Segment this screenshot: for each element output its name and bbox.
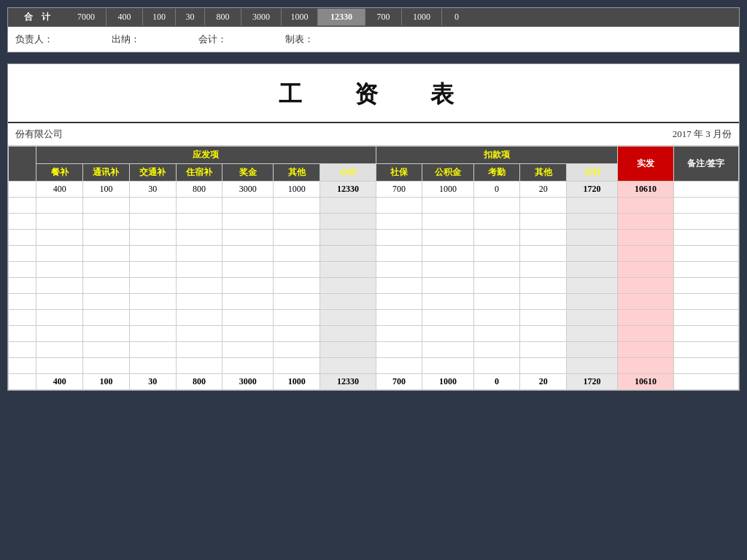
sum-col-11: 0 (442, 9, 471, 26)
date-label: 2017 年 3 月份 (673, 128, 732, 141)
cell-beizhu-1 (673, 182, 738, 198)
cell-xiaoji2-1: 1720 (567, 182, 618, 198)
bottom-qita1: 1000 (274, 374, 320, 390)
bottom-xiaoji2: 1720 (567, 374, 618, 390)
cell-shebao-1: 700 (376, 182, 422, 198)
data-row-2 (9, 198, 739, 214)
header-shifa: 实发 (618, 147, 674, 182)
sum-col-2: 400 (107, 9, 143, 26)
zhizhi-label: 制表： (285, 33, 314, 46)
bottom-label (9, 374, 36, 390)
sum-col-9: 700 (365, 9, 402, 26)
bottom-shifa: 10610 (618, 374, 674, 390)
header-koukuan: 扣款项 (376, 147, 618, 164)
bottom-xiaoji1: 12330 (320, 374, 376, 390)
col-shebao: 社保 (376, 164, 422, 182)
sum-col-7: 1000 (282, 9, 318, 26)
data-row-5 (9, 246, 739, 262)
sum-col-1: 7000 (66, 9, 107, 26)
cell-qita1-1: 1000 (274, 182, 320, 198)
data-row-12 (9, 358, 739, 374)
sum-col-6: 3000 (241, 9, 282, 26)
cell-canbu-1: 400 (36, 182, 83, 198)
cell-xiaoji1-1: 12330 (320, 182, 376, 198)
chuna-label: 出纳： (112, 33, 140, 46)
cell-tongxunbu-1: 100 (83, 182, 130, 198)
col-zhushoubu: 住宿补 (176, 164, 222, 182)
company-name: 份有限公司 (15, 128, 63, 141)
header-yingfa: 应发项 (36, 147, 376, 164)
col-jiaotonbu: 交通补 (129, 164, 176, 182)
data-row-8 (9, 294, 739, 310)
col-gongjijin: 公积金 (422, 164, 473, 182)
sum-col-10: 1000 (402, 9, 442, 26)
cell-kaoqin-1: 0 (473, 182, 520, 198)
data-row-1: 400 100 30 800 3000 1000 12330 700 1000 … (9, 182, 739, 198)
data-row-10 (9, 326, 739, 342)
col-kaoqin: 考勤 (473, 164, 520, 182)
bottom-zhushoubu: 800 (176, 374, 222, 390)
data-row-6 (9, 262, 739, 278)
sum-col-8: 12330 (318, 9, 365, 26)
bottom-gongjijin: 1000 (422, 374, 473, 390)
data-row-11 (9, 342, 739, 358)
header-beizhu: 备注/签字 (673, 147, 738, 182)
data-row-3 (9, 214, 739, 230)
col-jiangjin: 奖金 (222, 164, 274, 182)
page-wrapper: 合 计 7000 400 100 30 800 3000 1000 12330 … (0, 0, 747, 398)
cell-gongjijin-1: 1000 (422, 182, 473, 198)
data-row-7 (9, 278, 739, 294)
page-title: 工 资 表 (8, 64, 739, 123)
data-row-4 (9, 230, 739, 246)
kuaiji-label: 会计： (198, 33, 227, 46)
data-row-9 (9, 310, 739, 326)
header-row-1: 应发项 扣款项 实发 备注/签字 (9, 147, 739, 164)
cell-zi-2 (9, 198, 36, 214)
bottom-jiangjin: 3000 (222, 374, 274, 390)
company-date-row: 份有限公司 2017 年 3 月份 (8, 123, 739, 146)
sum-col-4: 30 (176, 9, 205, 26)
col-xiaoji2: 小计 (567, 164, 618, 182)
bottom-shebao: 700 (376, 374, 422, 390)
bottom-jiaotonbu: 30 (129, 374, 176, 390)
cell-zi-1 (9, 182, 36, 198)
col-canbu: 餐补 (36, 164, 83, 182)
col-qita2: 其他 (520, 164, 567, 182)
fuze-label: 负责人： (15, 33, 53, 46)
cell-jiaotonbu-1: 30 (129, 182, 176, 198)
cell-jiangjin-1: 3000 (222, 182, 274, 198)
summary-label: 合 计 (8, 8, 66, 26)
col-tongxunbu: 通讯补 (83, 164, 130, 182)
footer-row: 负责人： 出纳： 会计： 制表： (8, 27, 739, 52)
col-qita1: 其他 (274, 164, 320, 182)
bottom-qita2: 20 (520, 374, 567, 390)
bottom-tongxunbu: 100 (83, 374, 130, 390)
salary-table: 应发项 扣款项 实发 备注/签字 餐补 通讯补 交通补 住宿补 奖金 其他 小计… (8, 146, 739, 390)
bottom-kaoqin: 0 (473, 374, 520, 390)
sum-col-3: 100 (143, 9, 176, 26)
bottom-canbu: 400 (36, 374, 83, 390)
bottom-total-row: 400 100 30 800 3000 1000 12330 700 1000 … (9, 374, 739, 390)
cell-qita2-1: 20 (520, 182, 567, 198)
top-section: 合 计 7000 400 100 30 800 3000 1000 12330 … (7, 7, 740, 52)
bottom-beizhu (673, 374, 738, 390)
cell-zhushoubu-1: 800 (176, 182, 222, 198)
main-section: 工 资 表 份有限公司 2017 年 3 月份 应发项 扣款项 实发 备注/签字… (7, 63, 740, 391)
cell-shifa-1: 10610 (618, 182, 674, 198)
summary-row: 合 计 7000 400 100 30 800 3000 1000 12330 … (8, 8, 739, 27)
col-zi (9, 147, 36, 182)
sum-col-5: 800 (205, 9, 241, 26)
col-xiaoji1: 小计 (320, 164, 376, 182)
